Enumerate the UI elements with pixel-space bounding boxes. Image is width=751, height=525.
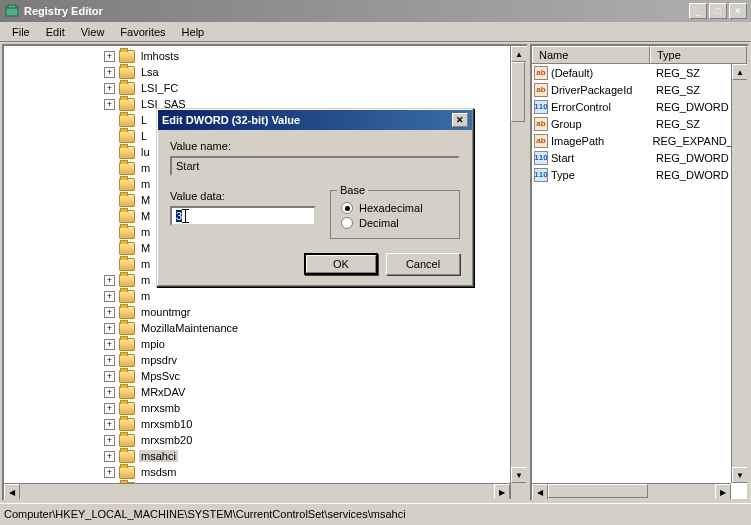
- expander-icon[interactable]: +: [104, 451, 115, 462]
- column-header-name[interactable]: Name: [532, 46, 650, 63]
- radio-dec-label[interactable]: Decimal: [359, 217, 399, 229]
- expander-icon[interactable]: +: [104, 275, 115, 286]
- list-vscroll[interactable]: ▲ ▼: [731, 64, 747, 483]
- scroll-up-button[interactable]: ▲: [511, 46, 527, 62]
- folder-icon: [119, 178, 135, 191]
- list-panel: Name Type ab(Default)REG_SZabDriverPacka…: [530, 44, 749, 501]
- folder-icon: [119, 82, 135, 95]
- expander-icon[interactable]: +: [104, 355, 115, 366]
- tree-item-label: M: [139, 210, 152, 222]
- tree-item[interactable]: +MpsSvc: [4, 368, 526, 384]
- base-groupbox: Base Hexadecimal Decimal: [330, 190, 460, 239]
- list-row[interactable]: 110StartREG_DWORD: [532, 149, 747, 166]
- dialog-close-button[interactable]: ✕: [452, 113, 468, 127]
- radio-hex-label[interactable]: Hexadecimal: [359, 202, 423, 214]
- tree-item[interactable]: +mpsdrv: [4, 352, 526, 368]
- scroll-right-button[interactable]: ▶: [494, 484, 510, 500]
- tree-item[interactable]: +MRxDAV: [4, 384, 526, 400]
- folder-icon: [119, 386, 135, 399]
- expander-icon[interactable]: +: [104, 339, 115, 350]
- binary-value-icon: 110: [534, 100, 548, 114]
- minimize-button[interactable]: _: [689, 3, 707, 19]
- column-header-type[interactable]: Type: [650, 46, 747, 63]
- tree-item[interactable]: +MozillaMaintenance: [4, 320, 526, 336]
- list-row[interactable]: abImagePathREG_EXPAND_SZ: [532, 132, 747, 149]
- expander-icon[interactable]: +: [104, 419, 115, 430]
- expander-icon[interactable]: +: [104, 83, 115, 94]
- tree-item[interactable]: +mpio: [4, 336, 526, 352]
- expander-icon[interactable]: +: [104, 99, 115, 110]
- tree-item-label: mpio: [139, 338, 167, 350]
- tree-item-label: lmhosts: [139, 50, 181, 62]
- expander-icon[interactable]: +: [104, 307, 115, 318]
- close-button[interactable]: ✕: [729, 3, 747, 19]
- expander-icon[interactable]: +: [104, 467, 115, 478]
- folder-icon: [119, 402, 135, 415]
- list-row[interactable]: 110ErrorControlREG_DWORD: [532, 98, 747, 115]
- menu-view[interactable]: View: [73, 24, 113, 40]
- expander-icon[interactable]: +: [104, 51, 115, 62]
- expander-icon[interactable]: +: [104, 67, 115, 78]
- list-row[interactable]: abGroupREG_SZ: [532, 115, 747, 132]
- ok-button[interactable]: OK: [304, 253, 378, 275]
- tree-item[interactable]: +mountmgr: [4, 304, 526, 320]
- scroll-down-button[interactable]: ▼: [511, 467, 527, 483]
- tree-item[interactable]: +mrxsmb: [4, 400, 526, 416]
- expander-icon[interactable]: +: [104, 291, 115, 302]
- tree-hscroll[interactable]: ◀ ▶: [4, 483, 510, 499]
- dialog-titlebar[interactable]: Edit DWORD (32-bit) Value ✕: [158, 110, 472, 130]
- value-name-input[interactable]: [170, 156, 460, 176]
- folder-icon: [119, 226, 135, 239]
- tree-item[interactable]: +mrxsmb20: [4, 432, 526, 448]
- radio-hexadecimal[interactable]: [341, 202, 353, 214]
- tree-vscroll[interactable]: ▲ ▼: [510, 46, 526, 499]
- folder-icon: [119, 370, 135, 383]
- scroll-thumb[interactable]: [548, 484, 648, 498]
- tree-item-label: LSI_FC: [139, 82, 180, 94]
- scroll-right-button[interactable]: ▶: [715, 484, 731, 500]
- tree-item[interactable]: +LSI_FC: [4, 80, 526, 96]
- expander-icon[interactable]: +: [104, 435, 115, 446]
- folder-icon: [119, 66, 135, 79]
- menu-edit[interactable]: Edit: [38, 24, 73, 40]
- tree-item[interactable]: +Lsa: [4, 64, 526, 80]
- value-name: ErrorControl: [551, 101, 611, 113]
- folder-icon: [119, 98, 135, 111]
- expander-icon[interactable]: +: [104, 323, 115, 334]
- tree-item[interactable]: +m: [4, 288, 526, 304]
- scroll-up-button[interactable]: ▲: [732, 64, 748, 80]
- folder-icon: [119, 194, 135, 207]
- folder-icon: [119, 434, 135, 447]
- list-row[interactable]: abDriverPackageIdREG_SZ: [532, 81, 747, 98]
- menu-help[interactable]: Help: [174, 24, 213, 40]
- expander-icon[interactable]: +: [104, 387, 115, 398]
- tree-item[interactable]: +msdsm: [4, 464, 526, 480]
- expander-icon[interactable]: +: [104, 403, 115, 414]
- list-row[interactable]: 110TypeREG_DWORD: [532, 166, 747, 183]
- maximize-button[interactable]: □: [709, 3, 727, 19]
- scroll-down-button[interactable]: ▼: [732, 467, 748, 483]
- list-header: Name Type: [532, 46, 747, 64]
- folder-icon: [119, 258, 135, 271]
- tree-item[interactable]: +msahci: [4, 448, 526, 464]
- list-hscroll[interactable]: ◀ ▶: [532, 483, 731, 499]
- scroll-thumb[interactable]: [511, 62, 525, 122]
- menu-file[interactable]: File: [4, 24, 38, 40]
- list-row[interactable]: ab(Default)REG_SZ: [532, 64, 747, 81]
- expander-icon[interactable]: +: [104, 371, 115, 382]
- edit-dword-dialog: Edit DWORD (32-bit) Value ✕ Value name: …: [156, 108, 474, 287]
- value-data-input[interactable]: 3: [170, 206, 316, 226]
- tree-item[interactable]: +lmhosts: [4, 48, 526, 64]
- tree-item[interactable]: +mrxsmb10: [4, 416, 526, 432]
- string-value-icon: ab: [534, 134, 548, 148]
- value-name: Type: [551, 169, 575, 181]
- cancel-button[interactable]: Cancel: [386, 253, 460, 275]
- scroll-left-button[interactable]: ◀: [4, 484, 20, 500]
- tree-item-label: mrxsmb: [139, 402, 182, 414]
- scroll-left-button[interactable]: ◀: [532, 484, 548, 500]
- menubar: File Edit View Favorites Help: [0, 22, 751, 42]
- menu-favorites[interactable]: Favorites: [112, 24, 173, 40]
- folder-icon: [119, 210, 135, 223]
- radio-decimal[interactable]: [341, 217, 353, 229]
- folder-icon: [119, 418, 135, 431]
